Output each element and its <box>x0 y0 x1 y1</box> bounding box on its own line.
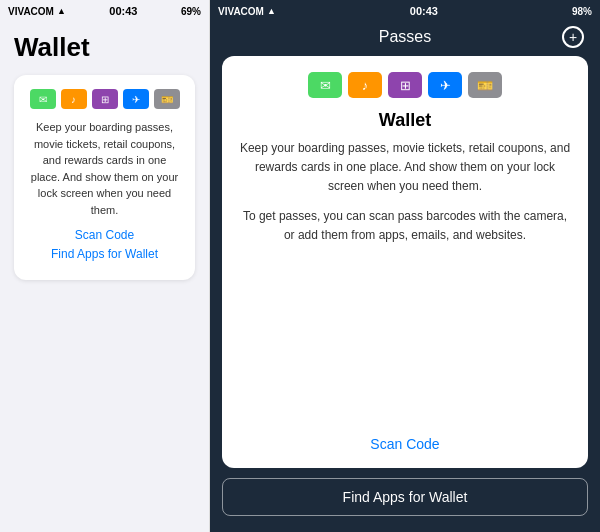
left-status-right: 69% <box>181 6 201 17</box>
left-status-bar: VIVACOM ▲ 00:43 69% <box>0 0 209 22</box>
add-pass-button[interactable]: + <box>562 26 584 48</box>
right-wifi-icon: ▲ <box>267 6 276 16</box>
left-status-left: VIVACOM ▲ <box>8 6 66 17</box>
right-time: 00:43 <box>410 5 438 17</box>
left-carrier: VIVACOM <box>8 6 54 17</box>
right-icon-envelope: ✉ <box>308 72 342 98</box>
right-status-bar: VIVACOM ▲ 00:43 98% <box>210 0 600 22</box>
right-wallet-title: Wallet <box>379 110 431 131</box>
icon-music: ♪ <box>61 89 87 109</box>
passes-title: Passes <box>248 28 562 46</box>
right-scan-code-link[interactable]: Scan Code <box>370 436 439 452</box>
right-icon-row: ✉ ♪ ⊞ ✈ 🎫 <box>308 72 502 98</box>
right-description2: To get passes, you can scan pass barcode… <box>236 207 574 245</box>
right-icon-ticket: 🎫 <box>468 72 502 98</box>
scan-code-link[interactable]: Scan Code <box>28 228 181 242</box>
right-status-left: VIVACOM ▲ <box>218 6 276 17</box>
left-description: Keep your boarding passes, movie tickets… <box>28 119 181 218</box>
right-description1: Keep your boarding passes, movie tickets… <box>236 139 574 197</box>
icon-envelope: ✉ <box>30 89 56 109</box>
right-icon-plane: ✈ <box>428 72 462 98</box>
right-battery: 98% <box>572 6 592 17</box>
right-phone: VIVACOM ▲ 00:43 98% Passes + ✉ ♪ ⊞ ✈ 🎫 W… <box>210 0 600 532</box>
right-icon-music: ♪ <box>348 72 382 98</box>
right-header: Passes + <box>210 22 600 56</box>
left-icon-row: ✉ ♪ ⊞ ✈ 🎫 <box>28 89 181 109</box>
icon-grid: ⊞ <box>92 89 118 109</box>
left-content: Wallet ✉ ♪ ⊞ ✈ 🎫 Keep your boarding pass… <box>0 22 209 532</box>
icon-ticket: 🎫 <box>154 89 180 109</box>
find-apps-link[interactable]: Find Apps for Wallet <box>28 247 181 261</box>
find-apps-button[interactable]: Find Apps for Wallet <box>222 478 588 516</box>
left-card: ✉ ♪ ⊞ ✈ 🎫 Keep your boarding passes, mov… <box>14 75 195 280</box>
icon-plane: ✈ <box>123 89 149 109</box>
right-bottom: Find Apps for Wallet <box>210 468 600 532</box>
right-icon-grid: ⊞ <box>388 72 422 98</box>
left-time: 00:43 <box>109 5 137 17</box>
right-carrier: VIVACOM <box>218 6 264 17</box>
right-status-right: 98% <box>572 6 592 17</box>
left-signal-icon: ▲ <box>57 6 66 16</box>
left-phone: VIVACOM ▲ 00:43 69% Wallet ✉ ♪ ⊞ ✈ 🎫 Kee… <box>0 0 210 532</box>
wallet-title: Wallet <box>14 32 195 63</box>
right-card: ✉ ♪ ⊞ ✈ 🎫 Wallet Keep your boarding pass… <box>222 56 588 468</box>
left-battery: 69% <box>181 6 201 17</box>
